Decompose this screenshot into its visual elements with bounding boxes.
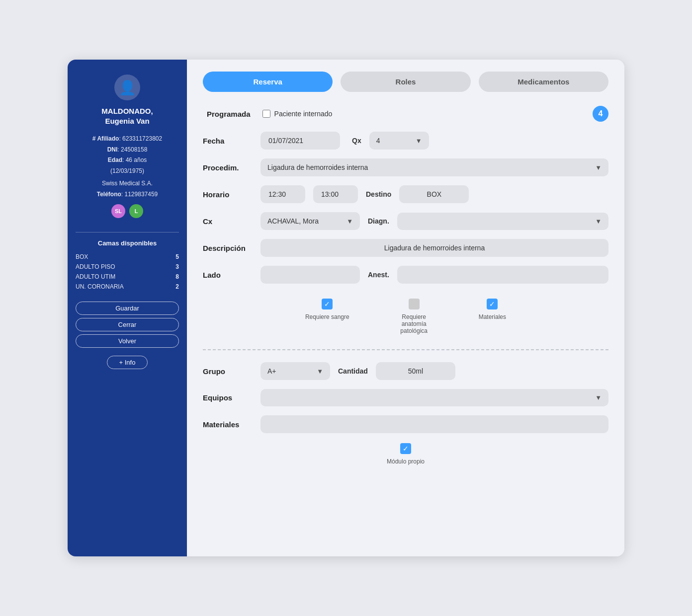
cx-row: Cx ACHAVAL, Mora ▼ Diagn. ▼ [203,212,608,230]
paciente-internado-checkbox[interactable] [262,110,270,118]
requiere-sangre-label: Requiere sangre [305,313,349,320]
dashed-divider [203,349,608,350]
cx-label: Cx [203,217,253,226]
grupo-row: Grupo A+ ▼ Cantidad 50ml [203,362,608,380]
descripcion-label: Descripción [203,244,253,252]
divider-1 [76,232,179,232]
cerrar-button[interactable]: Cerrar [76,318,179,331]
chevron-down-icon: ▼ [595,164,602,171]
avatar: 👤 [114,75,140,100]
tab-roles[interactable]: Roles [341,72,470,92]
hora-fin-input[interactable] [313,185,358,203]
tabs-row: Reserva Roles Medicamentos [203,72,608,92]
tab-reserva[interactable]: Reserva [203,72,333,92]
materiales-item: ✓ Materiales [479,299,506,334]
paciente-internado-label: Paciente internado [274,110,333,118]
procedim-row: Procedim. Ligadura de hemorroides intern… [203,158,608,176]
qx-label: Qx [352,137,361,145]
materiales-input[interactable] [260,415,608,433]
sidebar: 👤 MALDONADO, Eugenia Van # Afiliado: 623… [68,60,187,556]
patient-info: # Afiliado: 623311723802 DNI: 24508158 E… [76,134,179,200]
equipos-select[interactable]: ▼ [260,389,608,406]
requiere-sangre-item: ✓ Requiere sangre [305,299,349,334]
avatars-row: SL L [111,204,143,218]
cantidad-field[interactable]: 50ml [376,362,455,380]
chevron-down-icon: ▼ [346,218,353,225]
modulo-propio-checkbox[interactable]: ✓ [400,443,411,454]
fecha-label: Fecha [203,137,253,145]
procedim-select[interactable]: Ligadura de hemorroides interna ▼ [260,158,608,176]
equipos-label: Equipos [203,393,253,402]
fecha-row: Fecha Qx 4 ▼ [203,132,608,150]
info-button[interactable]: + Info [107,356,148,369]
list-item: UN. CORONARIA 2 [76,282,179,292]
requiere-sangre-checkbox[interactable]: ✓ [322,299,333,309]
anest-label: Anest. [368,271,389,279]
anest-input[interactable] [397,266,608,284]
chevron-down-icon: ▼ [317,368,323,375]
cx-select[interactable]: ACHAVAL, Mora ▼ [260,212,360,230]
camas-list: BOX 5 ADULTO PISO 3 ADULTO UTIM 8 UN. CO… [76,252,179,292]
volver-button[interactable]: Volver [76,334,179,348]
chevron-down-icon: ▼ [595,218,602,225]
paciente-internado-row: Paciente internado [262,110,333,118]
chevron-down-icon: ▼ [416,137,422,145]
materiales-checkbox-label: Materiales [479,313,506,320]
main-content: Reserva Roles Medicamentos Programada Pa… [187,60,624,556]
programada-label: Programada [207,110,251,118]
modulo-section: ✓ Módulo propio [203,443,608,465]
user-icon: 👤 [119,79,136,96]
materiales-checkbox[interactable]: ✓ [487,299,498,309]
equipos-row: Equipos ▼ [203,389,608,406]
hora-inicio-input[interactable] [260,185,305,203]
guardar-button[interactable]: Guardar [76,302,179,315]
list-item: ADULTO PISO 3 [76,262,179,272]
requiere-anatomia-label: Requiere anatomía patológica [389,313,439,334]
fecha-input[interactable] [260,132,340,150]
diagn-select[interactable]: ▼ [397,213,608,230]
checkboxes-section: ✓ Requiere sangre Requiere anatomía pato… [203,294,608,339]
horario-row: Horario Destino BOX [203,185,608,203]
cantidad-label: Cantidad [338,367,368,375]
requiere-anatomia-checkbox[interactable] [409,299,420,309]
destino-label: Destino [366,190,391,198]
patient-name: MALDONADO, Eugenia Van [101,106,153,126]
materiales-row: Materiales [203,415,608,433]
camas-title: Camas disponibles [98,239,157,247]
programada-row: Programada Paciente internado 4 [203,106,608,122]
procedim-label: Procedim. [203,163,253,172]
diagn-label: Diagn. [368,217,389,225]
grupo-label: Grupo [203,367,253,376]
badge-number: 4 [593,106,608,122]
list-item: ADULTO UTIM 8 [76,272,179,282]
avatar-sl: SL [111,204,125,218]
materiales-label: Materiales [203,420,253,429]
horario-label: Horario [203,190,253,199]
list-item: BOX 5 [76,252,179,262]
qx-select[interactable]: 4 ▼ [369,132,429,150]
lado-input[interactable] [260,266,360,284]
lower-section: Grupo A+ ▼ Cantidad 50ml Equipos ▼ [203,360,608,465]
destino-field[interactable]: BOX [399,185,469,203]
form-section: Programada Paciente internado 4 Fecha Qx… [203,106,608,465]
descripcion-field[interactable]: Ligadura de hemorroides interna [260,239,608,257]
avatar-l: L [129,204,143,218]
requiere-anatomia-item: Requiere anatomía patológica [389,299,439,334]
lado-label: Lado [203,271,253,279]
action-buttons: Guardar Cerrar Volver [76,302,179,348]
descripcion-row: Descripción Ligadura de hemorroides inte… [203,239,608,257]
grupo-select[interactable]: A+ ▼ [260,362,330,380]
lado-row: Lado Anest. [203,266,608,284]
chevron-down-icon: ▼ [595,394,602,401]
tab-medicamentos[interactable]: Medicamentos [479,72,608,92]
modulo-propio-label: Módulo propio [387,458,425,465]
